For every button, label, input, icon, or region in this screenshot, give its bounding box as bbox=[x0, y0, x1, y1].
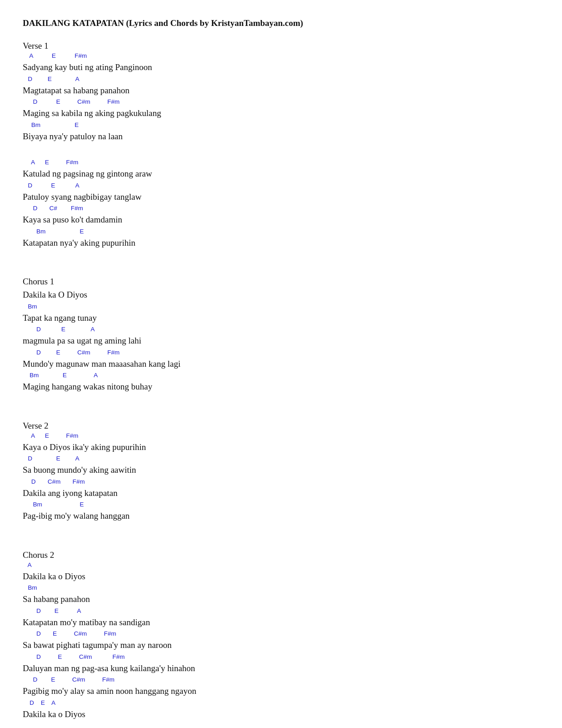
lyric-line: D C#m F#mDakila ang iyong katapatan bbox=[23, 479, 539, 500]
section-verse1: Verse 1 A E F#mSadyang kay buti ng ating… bbox=[23, 41, 539, 143]
lyric-text: Katulad ng pagsinag ng gintong araw bbox=[23, 169, 152, 178]
lyric-line: D E AMagtatapat sa habang panahon bbox=[23, 76, 539, 97]
lyric-line: BmTapat ka ngang tunay bbox=[23, 303, 539, 325]
chord-row: Bm bbox=[23, 303, 539, 310]
lyric-line: Bm EBiyaya nya'y patuloy na laan bbox=[23, 122, 539, 143]
section-verse2: Verse 2 A E F#mKaya o Diyos ika'y aking … bbox=[23, 421, 539, 523]
lyric-text: Dakila ka o Diyos bbox=[23, 571, 85, 581]
lyric-line: D E C#m F#mMundo'y magunaw man maaasahan… bbox=[23, 349, 539, 371]
section-verse1b: A E F#mKatulad ng pagsinag ng gintong ar… bbox=[23, 159, 539, 249]
chord-row: A bbox=[23, 562, 539, 569]
lyric-line: D E ASa buong mundo'y aking aawitin bbox=[23, 455, 539, 477]
lyric-text: Sa habang panahon bbox=[23, 594, 90, 604]
lyric-line: BmSa habang panahon bbox=[23, 585, 539, 606]
lyric-text: Katapatan nya'y aking pupurihin bbox=[23, 238, 135, 248]
section-label: Verse 2 bbox=[23, 421, 539, 431]
chord-row: D E A bbox=[23, 326, 539, 333]
section-chorus1: Chorus 1Dakila ka O Diyos BmTapat ka nga… bbox=[23, 277, 539, 394]
lyric-text: Tapat ka ngang tunay bbox=[23, 313, 97, 323]
chord-row: Bm E bbox=[23, 228, 539, 235]
lyric-line: Bm E AMaging hangang wakas nitong buhay bbox=[23, 372, 539, 394]
lyric-line: D E C#m F#mPagibig mo'y alay sa amin noo… bbox=[23, 677, 539, 698]
lyric-text: Sa bawat pighati tagumpa'y man ay naroon bbox=[23, 640, 171, 650]
lyric-text: Mundo'y magunaw man maaasahan kang lagi bbox=[23, 359, 181, 369]
chord-row: D E C#m F#m bbox=[23, 654, 539, 661]
lyric-line: D C# F#mKaya sa puso ko't damdamin bbox=[23, 205, 539, 227]
chord-row: D E C#m F#m bbox=[23, 631, 539, 637]
lyric-line: D E C#m F#mMaging sa kabila ng aking pag… bbox=[23, 99, 539, 120]
section-chorus2: Chorus 2 ADakila ka o Diyos BmSa habang … bbox=[23, 550, 539, 721]
lyric-line: Bm EPag-ibig mo'y walang hanggan bbox=[23, 501, 539, 523]
chord-row: D E A bbox=[23, 182, 539, 189]
lyric-line: D E APatuloy syang nagbibigay tanglaw bbox=[23, 182, 539, 204]
lyric-line: A E F#mSadyang kay buti ng ating Pangino… bbox=[23, 53, 539, 74]
chord-row: A E F#m bbox=[23, 159, 539, 166]
lyric-text: Pagibig mo'y alay sa amin noon hanggang … bbox=[23, 686, 196, 696]
chord-row: D C#m F#m bbox=[23, 479, 539, 485]
lyric-line: D E AKatapatan mo'y matibay na sandigan bbox=[23, 608, 539, 629]
lyric-text: Biyaya nya'y patuloy na laan bbox=[23, 131, 123, 141]
lyric-line: A E F#mKatulad ng pagsinag ng gintong ar… bbox=[23, 159, 539, 181]
lyric-line: Dakila ka O Diyos bbox=[23, 288, 539, 302]
section-label: Chorus 1 bbox=[23, 277, 539, 287]
lyric-text: Sadyang kay buti ng ating Panginoon bbox=[23, 62, 152, 72]
lyric-text: Dakila ang iyong katapatan bbox=[23, 488, 117, 498]
chord-row: Bm E bbox=[23, 122, 539, 129]
chord-row: A E F#m bbox=[23, 433, 539, 440]
chord-row: A E F#m bbox=[23, 53, 539, 60]
lyric-line: D E C#m F#mSa bawat pighati tagumpa'y ma… bbox=[23, 631, 539, 652]
lyric-text: Maging sa kabila ng aking pagkukulang bbox=[23, 108, 161, 118]
lyric-text: Maging hangang wakas nitong buhay bbox=[23, 382, 152, 391]
chord-row: D E C#m F#m bbox=[23, 349, 539, 356]
chord-row: Bm E bbox=[23, 501, 539, 508]
lyric-line: D E C#m F#mDaluyan man ng pag-asa kung k… bbox=[23, 654, 539, 675]
lyric-text: Daluyan man ng pag-asa kung kailanga'y h… bbox=[23, 663, 195, 673]
lyric-text: Dakila ka O Diyos bbox=[23, 290, 87, 299]
lyric-text: Dakila ka o Diyos bbox=[23, 709, 85, 719]
chord-row: D E A bbox=[23, 76, 539, 83]
chord-row: D E A bbox=[23, 608, 539, 615]
lyric-text: Katapatan mo'y matibay na sandigan bbox=[23, 617, 150, 627]
lyric-text: magmula pa sa ugat ng aming lahi bbox=[23, 336, 141, 345]
page-title: DAKILANG KATAPATAN (Lyrics and Chords by… bbox=[23, 18, 539, 28]
chord-row: D E C#m F#m bbox=[23, 99, 539, 106]
lyric-line: D E ADakila ka o Diyos bbox=[23, 700, 539, 721]
lyric-text: Kaya o Diyos ika'y aking pupurihin bbox=[23, 442, 146, 452]
chord-row: D C# F#m bbox=[23, 205, 539, 212]
chord-row: Bm bbox=[23, 585, 539, 592]
lyric-text: Patuloy syang nagbibigay tanglaw bbox=[23, 192, 141, 202]
lyric-text: Kaya sa puso ko't damdamin bbox=[23, 215, 122, 224]
lyric-line: Bm EKatapatan nya'y aking pupurihin bbox=[23, 228, 539, 250]
lyric-text: Sa buong mundo'y aking aawitin bbox=[23, 465, 136, 475]
chord-row: Bm E A bbox=[23, 372, 539, 379]
chord-row: D E A bbox=[23, 700, 539, 707]
chord-row: D E C#m F#m bbox=[23, 677, 539, 683]
lyric-text: Pag-ibig mo'y walang hanggan bbox=[23, 511, 130, 521]
section-label: Chorus 2 bbox=[23, 550, 539, 560]
lyric-text: Magtatapat sa habang panahon bbox=[23, 86, 130, 95]
chord-row: D E A bbox=[23, 455, 539, 462]
lyric-line: A E F#mKaya o Diyos ika'y aking pupurihi… bbox=[23, 433, 539, 454]
lyric-line: D E Amagmula pa sa ugat ng aming lahi bbox=[23, 326, 539, 348]
lyric-line: ADakila ka o Diyos bbox=[23, 562, 539, 583]
section-label: Verse 1 bbox=[23, 41, 539, 51]
song-content: Verse 1 A E F#mSadyang kay buti ng ating… bbox=[23, 41, 539, 721]
